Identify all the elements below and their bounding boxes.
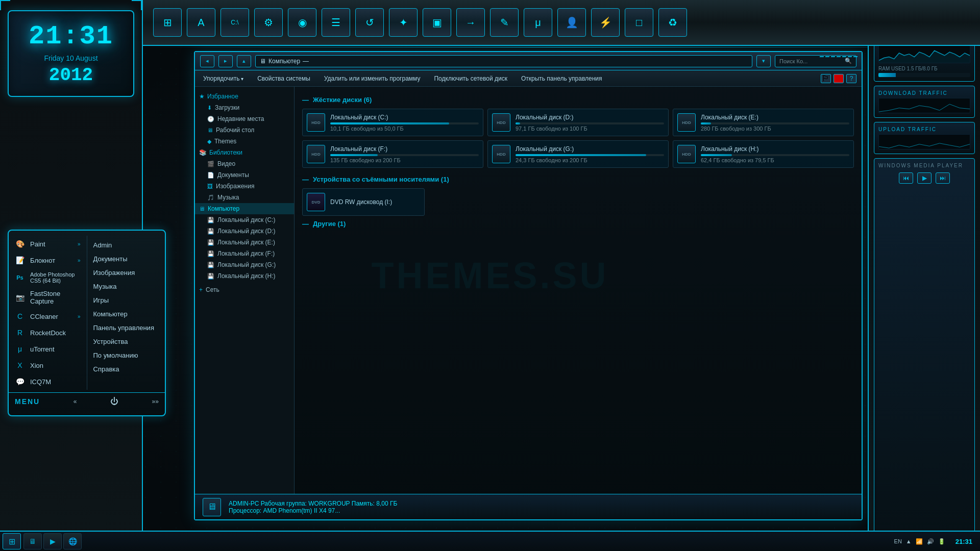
sidebar-local-f[interactable]: 💾 Локальный диск (F:) <box>195 248 294 259</box>
menu-right-defaults[interactable]: По умолчанию <box>87 348 165 362</box>
sidebar-local-g[interactable]: 💾 Локальный диск (G:) <box>195 259 294 270</box>
toolbar-btn-lightning[interactable]: ⚡ <box>591 8 620 37</box>
sidebar-downloads[interactable]: ⬇ Загрузки <box>195 102 294 113</box>
menu-item-faststone[interactable]: 📷 FastStone Capture <box>9 287 87 308</box>
menu-item-xion[interactable]: X Xion <box>9 357 87 373</box>
forward-button[interactable]: ▸ <box>218 55 233 67</box>
drive-d-fill <box>516 122 520 124</box>
sidebar-local-d[interactable]: 💾 Локальный диск (D:) <box>195 226 294 237</box>
drive-h-icon: HDD <box>677 145 696 163</box>
toolbar-btn-settings[interactable]: ⚙ <box>254 8 283 37</box>
start-button[interactable]: ⊞ <box>3 533 21 549</box>
menu-power-btn[interactable]: ⏻ <box>110 397 118 406</box>
taskbar-item-browser[interactable]: 🌐 <box>63 533 82 549</box>
toolbar-btn-grid[interactable]: ▣ <box>423 8 451 37</box>
tray-lang[interactable]: EN <box>894 538 902 544</box>
sidebar-desktop[interactable]: 🖥 Рабочий стол <box>195 124 294 136</box>
hatch-decoration <box>816 52 862 61</box>
media-next-btn[interactable]: ⏭ <box>936 172 950 184</box>
refresh-button[interactable]: ▾ <box>756 55 771 67</box>
drive-g-fill <box>516 154 646 156</box>
menu-item-photoshop[interactable]: Ps Adobe Photoshop CS5 (64 Bit) <box>9 268 87 287</box>
media-play-btn[interactable]: ▶ <box>917 172 932 184</box>
menu-back-btn[interactable]: « <box>74 398 77 405</box>
menu-right-images[interactable]: Изображения <box>87 266 165 280</box>
sidebar-local-h[interactable]: 💾 Локальный диск (H:) <box>195 270 294 282</box>
network-drive-btn[interactable]: Подключить сетевой диск <box>431 73 510 84</box>
up-button[interactable]: ▴ <box>237 55 251 67</box>
menu-right-control[interactable]: Панель управления <box>87 321 165 335</box>
back-button[interactable]: ◂ <box>200 55 214 67</box>
drive-c[interactable]: HDD Локальный диск (C:) 10,1 ГБ свободно… <box>302 109 483 136</box>
sidebar-network[interactable]: + Сеть <box>195 284 294 295</box>
menu-forward-btn[interactable]: »» <box>152 398 159 405</box>
drive-f-info: Локальный диск (F:) 135 ГБ свободно из 2… <box>330 145 479 163</box>
taskbar-item-media[interactable]: ▶ <box>43 533 62 549</box>
sidebar-network-label: Сеть <box>206 286 219 293</box>
favorites-star: ★ <box>199 93 205 100</box>
menu-item-rocketdock[interactable]: R RocketDock <box>9 324 87 341</box>
toolbar-btn-recycle[interactable]: ♻ <box>658 8 687 37</box>
menu-right-computer[interactable]: Компьютер <box>87 307 165 321</box>
drive-h[interactable]: HDD Локальный диск (H:) 62,4 ГБ свободно… <box>673 140 854 168</box>
toolbar-btn-mu[interactable]: μ <box>524 8 552 37</box>
toolbar-btn-refresh[interactable]: ↺ <box>355 8 384 37</box>
menu-item-utorrent[interactable]: μ uTorrent <box>9 341 87 357</box>
sidebar-images[interactable]: 🖼 Изображения <box>195 181 294 192</box>
media-prev-btn[interactable]: ⏮ <box>899 172 913 184</box>
control-panel-btn[interactable]: Открыть панель управления <box>518 73 605 84</box>
sidebar-computer[interactable]: 🖥 Компьютер <box>195 203 294 214</box>
tray-volume[interactable]: 🔊 <box>927 538 934 545</box>
sidebar-recent[interactable]: 🕐 Недавние места <box>195 113 294 124</box>
sidebar-video[interactable]: 🎬 Видео <box>195 158 294 169</box>
drive-f[interactable]: HDD Локальный диск (F:) 135 ГБ свободно … <box>302 140 483 168</box>
libraries-section[interactable]: 📚 Библиотеки <box>195 147 294 158</box>
sidebar-themes[interactable]: ◆ Themes <box>195 136 294 147</box>
tray-battery[interactable]: 🔋 <box>938 538 945 545</box>
toolbar-btn-square[interactable]: □ <box>625 8 653 37</box>
menu-item-icq[interactable]: 💬 ICQ7M <box>9 373 87 390</box>
toolbar-btn-star[interactable]: ✦ <box>389 8 418 37</box>
menu-right-games[interactable]: Игры <box>87 293 165 307</box>
sidebar-documents[interactable]: 📄 Документы <box>195 169 294 181</box>
toolbar-btn-pen[interactable]: ✎ <box>490 8 519 37</box>
sidebar-local-e[interactable]: 💾 Локальный диск (E:) <box>195 237 294 248</box>
uninstall-btn[interactable]: Удалить или изменить программу <box>321 73 424 84</box>
status-cpu-value: AMD Phenom(tm) II X4 97... <box>263 507 340 514</box>
toolbar-btn-arrow[interactable]: → <box>456 8 485 37</box>
menu-item-notepad-label: Блокнот <box>30 257 72 264</box>
help-btn[interactable]: ? <box>846 74 856 83</box>
menu-right-docs[interactable]: Документы <box>87 252 165 266</box>
menu-right-help[interactable]: Справка <box>87 362 165 376</box>
sidebar-music[interactable]: 🎵 Музыка <box>195 192 294 203</box>
tray-arrow[interactable]: ▲ <box>906 538 912 544</box>
toolbar-btn-cmd[interactable]: C:\ <box>220 8 249 37</box>
hatch-6 <box>848 56 852 57</box>
drive-e[interactable]: HDD Локальный диск (E:) 280 ГБ свободно … <box>673 109 854 136</box>
toolbar-btn-record[interactable]: ◉ <box>288 8 316 37</box>
tray-network[interactable]: 📶 <box>916 538 923 545</box>
menu-right-music[interactable]: Музыка <box>87 280 165 293</box>
toolbar-btn-windows[interactable]: ⊞ <box>153 8 182 37</box>
menu-right-admin[interactable]: Admin <box>87 238 165 252</box>
menu-item-notepad[interactable]: 📝 Блокнот » <box>9 252 87 268</box>
hatch-5 <box>842 56 847 57</box>
organize-btn[interactable]: Упорядочить <box>200 73 247 84</box>
menu-item-paint[interactable]: 🎨 Paint » <box>9 236 87 252</box>
taskbar-item-explorer[interactable]: 🖥 <box>23 533 42 549</box>
menu-item-ccleaner[interactable]: C CCleaner » <box>9 308 87 324</box>
address-bar[interactable]: 🖥 Компьютер — <box>255 55 752 67</box>
hatch-4 <box>837 56 841 57</box>
system-props-btn[interactable]: Свойства системы <box>254 73 313 84</box>
menu-right-devices[interactable]: Устройства <box>87 335 165 348</box>
toolbar-btn-rss[interactable]: ☰ <box>322 8 350 37</box>
menu-item-rocketdock-label: RocketDock <box>30 329 81 337</box>
drive-g[interactable]: HDD Локальный диск (G:) 24,3 ГБ свободно… <box>487 140 669 168</box>
dvd-drive[interactable]: DVD DVD RW дисковод (I:) <box>302 188 425 216</box>
network-add-icon: + <box>199 286 203 293</box>
favorites-section[interactable]: ★ Избранное <box>195 91 294 102</box>
toolbar-btn-user[interactable]: 👤 <box>557 8 586 37</box>
toolbar-btn-acrobat[interactable]: A <box>187 8 215 37</box>
drive-d[interactable]: HDD Локальный диск (D:) 97,1 ГБ свободно… <box>487 109 669 136</box>
sidebar-local-c[interactable]: 💾 Локальный диск (C:) <box>195 214 294 226</box>
